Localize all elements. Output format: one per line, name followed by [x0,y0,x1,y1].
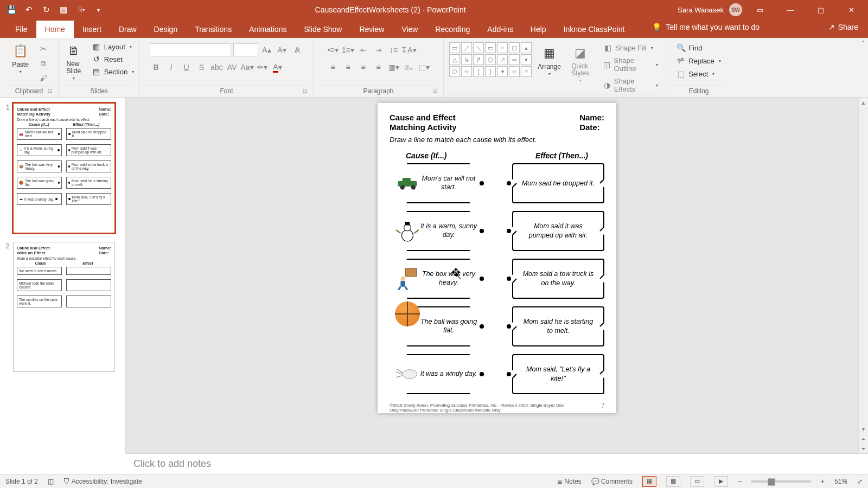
grow-font-icon[interactable]: A▴ [260,43,273,56]
select-button[interactable]: ⬚Select▾ [674,68,717,79]
scroll-track[interactable] [859,107,868,424]
present-icon[interactable]: ▦ [59,5,68,15]
tab-transitions[interactable]: Transitions [186,21,240,38]
highlight-icon[interactable]: ✏▾ [256,61,269,74]
tab-insert[interactable]: Insert [74,21,110,38]
tab-draw[interactable]: Draw [110,21,145,38]
tab-view[interactable]: View [393,21,426,38]
strike-icon[interactable]: S [195,61,208,74]
quick-styles-button[interactable]: ◪ Quick Styles ▾ [567,42,593,83]
change-case-icon[interactable]: Aa▾ [241,61,254,74]
tab-design[interactable]: Design [145,21,187,38]
redo-icon[interactable]: ↻ [41,5,51,15]
reset-button[interactable]: ↺Reset [90,54,136,65]
align-text-icon[interactable]: ⎚▾ [403,61,416,74]
share-button[interactable]: ↗ Share [828,23,858,31]
shape-outline-button[interactable]: ◫Shape Outline▾ [601,55,660,74]
tab-file[interactable]: File [7,21,36,38]
ribbon-display-icon[interactable]: ▭ [748,0,773,20]
line-spacing-icon[interactable]: ↕≡ [387,43,400,56]
bullets-icon[interactable]: •≡▾ [327,43,340,56]
touch-mode-icon[interactable]: ☟▾ [76,5,86,15]
status-icon[interactable]: ◫ [48,478,54,485]
cause-item[interactable]: It is a warm, sunny day. [390,211,487,251]
normal-view-icon[interactable]: ▦ [642,476,656,487]
prev-slide-icon[interactable]: ⏶ [859,434,868,444]
thumbnail-2-preview[interactable]: Cause and Effect Write an EffectName:Dat… [13,242,115,372]
zoom-slider-thumb[interactable] [768,478,775,486]
launcher-icon[interactable]: ◲ [303,88,308,93]
smartart-icon[interactable]: ⬚▾ [418,61,431,74]
effect-item[interactable]: Mom said a tow truck is on the way. [512,259,604,299]
qat-customize-icon[interactable]: ▾ [93,5,103,15]
zoom-out-icon[interactable]: − [738,478,742,485]
shrink-font-icon[interactable]: A▾ [276,43,289,56]
close-icon[interactable]: ✕ [839,0,864,20]
italic-icon[interactable]: I [165,61,178,74]
new-slide-button[interactable]: 🗎 New Slide ▾ [62,40,86,81]
find-button[interactable]: 🔍Find [674,42,704,53]
tab-recording[interactable]: Recording [426,21,478,38]
accessibility-status[interactable]: ⛉ Accessibility: Investigate [63,478,142,485]
replace-button[interactable]: ᵃ⁄ᵇReplace▾ [674,55,723,66]
bold-icon[interactable]: B [150,61,163,74]
align-center-icon[interactable]: ≡ [342,61,355,74]
tab-review[interactable]: Review [350,21,393,38]
tab-help[interactable]: Help [522,21,555,38]
notes-pane[interactable]: Click to add notes [126,453,868,474]
layout-button[interactable]: ▦Layout▾ [90,41,136,52]
save-icon[interactable]: 💾 [7,5,16,15]
char-spacing-icon[interactable]: AV [226,61,239,74]
effect-item[interactable]: Mom said, "Let's fly a kite!" [512,354,604,394]
sorter-view-icon[interactable]: ▩ [666,476,680,487]
tab-home[interactable]: Home [36,21,74,38]
thumbnail-1-preview[interactable]: Cause and Effect Matching ActivityName:D… [13,103,115,233]
launcher-icon[interactable]: ◲ [433,88,438,93]
decrease-indent-icon[interactable]: ⇤ [357,43,370,56]
cause-item[interactable]: The box was very heavy. [390,259,487,299]
collapse-ribbon-icon[interactable]: ˄ [861,40,865,48]
cause-item[interactable]: The ball was going flat. [390,306,487,346]
next-slide-icon[interactable]: ⏷ [859,444,868,453]
effect-item[interactable]: Mom said it was pumped up with air. [512,211,604,251]
slide-thumbnail-panel[interactable]: 1 Cause and Effect Matching ActivityName… [0,98,126,453]
tell-me-search[interactable]: 💡 Tell me what you want to do [652,23,760,31]
vertical-scrollbar[interactable]: ▲ ▼ ⏶ ⏷ [858,98,868,453]
cause-item[interactable]: Mom's car will not start. [390,163,487,203]
font-color-icon[interactable]: A▾ [271,61,284,74]
shapes-gallery[interactable]: ▭／＼▭○▢▴ △↳↱⬡↗⇨▾ ⬠☆{}✦☆≡ [449,42,532,77]
tab-slideshow[interactable]: Slide Show [295,21,350,38]
avatar[interactable]: SW [729,3,742,16]
paste-button[interactable]: 📋 Paste ▾ [9,40,33,74]
notes-toggle[interactable]: ≣ Notes [557,478,582,485]
copy-icon[interactable]: ⧉ [37,57,50,70]
align-left-icon[interactable]: ≡ [327,61,340,74]
slide-editor[interactable]: Cause and Effect Matching Activity Name:… [126,98,868,453]
zoom-slider[interactable] [751,480,811,483]
numbering-icon[interactable]: 1≡▾ [342,43,355,56]
font-size-combo[interactable] [233,43,258,56]
font-name-combo[interactable] [150,43,231,56]
tab-addins[interactable]: Add-ins [478,21,521,38]
cause-item[interactable]: It was a windy day. [390,354,487,394]
fit-to-window-icon[interactable]: ⤢ [857,478,863,485]
minimize-icon[interactable]: — [778,0,803,20]
comments-toggle[interactable]: 💬 Comments [591,478,633,485]
slide-canvas[interactable]: Cause and Effect Matching Activity Name:… [378,103,616,413]
tab-animations[interactable]: Animations [240,21,295,38]
reading-view-icon[interactable]: ▭ [690,476,704,487]
slide-counter[interactable]: Slide 1 of 2 [5,478,38,485]
zoom-level[interactable]: 51% [834,478,847,485]
arrange-button[interactable]: ▦ Arrange ▾ [536,42,563,76]
justify-icon[interactable]: ≡ [372,61,385,74]
launcher-icon[interactable]: ◲ [48,88,53,93]
scroll-up-icon[interactable]: ▲ [859,98,868,107]
increase-indent-icon[interactable]: ⇥ [372,43,385,56]
thumbnail-1[interactable]: 1 Cause and Effect Matching ActivityName… [3,103,120,233]
slideshow-view-icon[interactable]: ▶ [714,476,728,487]
user-name[interactable]: Sara Wanasek [678,6,724,14]
undo-icon[interactable]: ↶ [24,5,34,15]
text-direction-icon[interactable]: ↧A▾ [403,43,416,56]
thumbnail-2[interactable]: 2 Cause and Effect Write an EffectName:D… [3,242,120,372]
tab-classpoint[interactable]: Inknoe ClassPoint [555,21,634,38]
